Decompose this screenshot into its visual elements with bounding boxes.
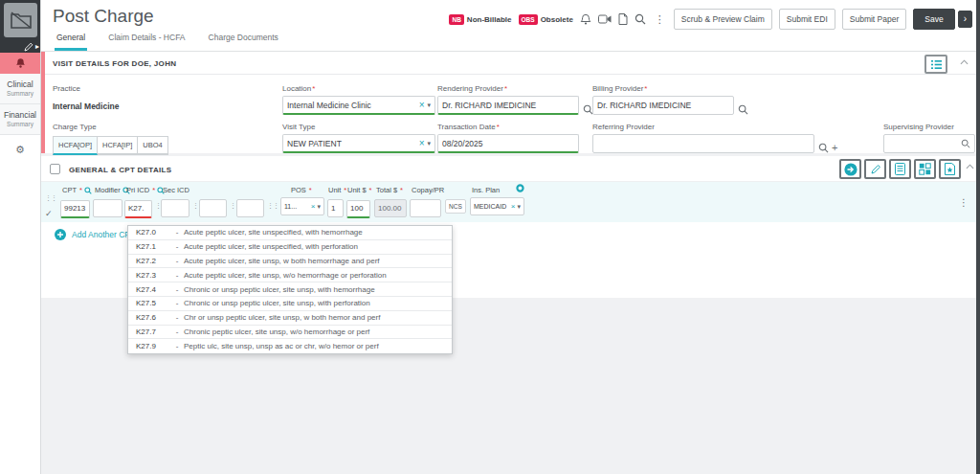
bell-icon[interactable] [580, 13, 591, 26]
icd-option[interactable]: K27.1-Acute peptic ulcer, site unspecifi… [128, 240, 452, 255]
ins-plan-info-icon[interactable] [516, 184, 524, 192]
save-button[interactable]: Save [913, 9, 954, 30]
icd-option[interactable]: K27.4-Chronic or unsp peptic ulcer, site… [128, 282, 452, 297]
edit-photo-icon[interactable] [24, 42, 33, 52]
billing-search-icon[interactable] [738, 104, 748, 115]
ncs-button[interactable]: NCS [445, 199, 466, 214]
practice-field: Practice Internal Medicine [53, 84, 119, 113]
clear-icon[interactable]: × [311, 202, 316, 212]
supervising-search-icon[interactable] [961, 139, 970, 148]
sidebar-item-financial-summary[interactable]: Financial Summary [0, 104, 40, 135]
chevron-down-icon[interactable]: ▾ [427, 102, 431, 109]
billing-provider-input[interactable] [597, 101, 729, 110]
visit-details-panel: VISIT DETAILS FOR DOE, JOHN Practice Int… [41, 52, 976, 153]
unit-input[interactable] [327, 199, 344, 217]
nb-badge: NB [449, 14, 463, 25]
row-drag-handle[interactable]: ⋮⋮ [45, 194, 56, 201]
icd-option[interactable]: K27.3-Acute peptic ulcer, site unsp, w/o… [128, 268, 452, 282]
cpt-code-input[interactable] [60, 200, 90, 218]
visit-list-button[interactable] [924, 55, 947, 74]
location-field: Location* × ▾ [282, 84, 435, 115]
tab-charge-documents[interactable]: Charge Documents [207, 33, 280, 51]
sec-icd-input-2[interactable] [199, 199, 227, 217]
charge-type-hcfa-op[interactable]: HCFA[OP] [53, 136, 98, 155]
left-sidebar: ▸ Clinical Summary Financial Summary ⚙ [0, 0, 41, 474]
tab-general[interactable]: General [55, 33, 87, 51]
tab-bar: General Claim Details - HCFA Charge Docu… [55, 33, 280, 51]
visit-collapse-icon[interactable] [960, 59, 969, 65]
location-input[interactable] [287, 101, 417, 110]
row-more-options-icon[interactable]: ⋮ [959, 197, 969, 208]
transaction-date-input[interactable] [442, 139, 574, 148]
submit-edi-button[interactable]: Submit EDI [779, 9, 835, 30]
referring-search-icon[interactable] [818, 143, 829, 153]
clear-icon[interactable]: × [419, 101, 425, 110]
obsolete-flag: OBS Obsolete [519, 14, 573, 25]
top-right-actions: NB Non-Billable OBS Obsolete ⋮ Scrub & P… [449, 9, 972, 30]
content-area: VISIT DETAILS FOR DOE, JOHN Practice Int… [41, 52, 980, 474]
add-cpt-icon[interactable] [55, 229, 66, 240]
icd-option[interactable]: K27.9-Peptic ulc, site unsp, unsp as ac … [128, 339, 452, 353]
cpt-toolbar [839, 159, 961, 179]
search-icon[interactable] [635, 13, 646, 25]
visit-form: Practice Internal Medicine Location* × ▾… [45, 75, 976, 152]
transaction-date-field: Transaction Date* [437, 123, 579, 153]
tab-claim-details-hcfa[interactable]: Claim Details - HCFA [106, 33, 187, 51]
icd-option[interactable]: K27.0-Acute peptic ulcer, site unspecifi… [128, 226, 452, 240]
sec-icd-input-1[interactable] [161, 199, 189, 217]
add-another-cpt-link[interactable]: Add Another CPT [72, 230, 135, 239]
chevron-down-icon[interactable]: ▾ [427, 140, 431, 147]
video-icon[interactable] [598, 14, 612, 24]
document-star-button[interactable] [939, 159, 961, 179]
document-icon[interactable] [618, 13, 628, 25]
total-input [374, 199, 407, 217]
edit-charge-button[interactable] [864, 159, 886, 179]
icd-option[interactable]: K27.7-Chronic peptic ulcer, site unsp, w… [128, 326, 452, 340]
alert-bell-icon [15, 57, 26, 69]
icd-option[interactable]: K27.5-Chronic or unsp peptic ulcer, site… [128, 297, 452, 311]
rendering-provider-field: Rendering Provider* [437, 84, 593, 115]
checkbox-grid-button[interactable] [914, 159, 936, 179]
save-more-button[interactable]: › [958, 11, 972, 28]
cpt-search-icon[interactable] [84, 187, 92, 194]
visit-type-field: Visit Type × ▾ [282, 123, 435, 153]
sidebar-item-clinical-summary[interactable]: Clinical Summary [0, 74, 40, 104]
pos-select[interactable]: 11... × ▾ [280, 197, 324, 215]
charge-type-hcfa-ip[interactable]: HCFA[IP] [98, 136, 138, 155]
cpt-section-checkbox[interactable] [50, 164, 60, 174]
referring-provider-input[interactable] [597, 139, 810, 148]
rendering-provider-input[interactable] [442, 101, 574, 110]
top-bar: Post Charge General Claim Details - HCFA… [41, 0, 980, 52]
sec-icd-input-3[interactable] [236, 199, 264, 217]
charge-type-ub04[interactable]: UBO4 [138, 136, 167, 155]
gear-icon[interactable]: ⚙ [0, 135, 40, 156]
copay-input[interactable] [410, 199, 441, 217]
supervising-provider-input[interactable] [888, 139, 961, 148]
no-photo-icon [4, 3, 37, 37]
sec-icd-drag-handle[interactable]: ⋮⋮ [267, 202, 278, 209]
page-title: Post Charge [53, 6, 154, 27]
billing-provider-field: Billing Provider* [592, 84, 748, 115]
clear-icon[interactable]: × [511, 202, 516, 212]
alerts-section[interactable] [0, 53, 40, 74]
pri-icd-input[interactable] [124, 200, 152, 218]
post-charge-arrow-button[interactable] [839, 159, 861, 179]
unit-price-input[interactable] [346, 200, 370, 218]
icd-autocomplete-dropdown: K27.0-Acute peptic ulcer, site unspecifi… [127, 225, 453, 354]
more-options-icon[interactable]: ⋮ [653, 13, 667, 26]
ins-plan-select[interactable]: MEDICAID × ▾ [470, 197, 524, 215]
clear-icon[interactable]: × [419, 139, 425, 148]
modifier-input[interactable] [93, 199, 122, 217]
scrub-preview-claim-button[interactable]: Scrub & Preview Claim [674, 9, 772, 30]
icd-option[interactable]: K27.2-Acute peptic ulcer, site unsp, w b… [128, 255, 452, 269]
supervising-provider-field: Supervising Provider [883, 123, 975, 153]
icd-option[interactable]: K27.6-Chr or unsp peptic ulcer, site uns… [128, 311, 452, 326]
add-referring-provider-icon[interactable]: + [832, 142, 837, 153]
sidebar-expand-icon[interactable]: ▸ [35, 43, 39, 51]
charge-type-toggle: HCFA[OP] HCFA[IP] UBO4 [53, 136, 168, 155]
row-check-icon: ✓ [45, 209, 53, 218]
charge-notes-button[interactable] [889, 159, 911, 179]
cpt-collapse-icon[interactable] [966, 164, 974, 169]
visit-type-input[interactable] [287, 139, 417, 148]
submit-paper-button[interactable]: Submit Paper [842, 9, 907, 30]
